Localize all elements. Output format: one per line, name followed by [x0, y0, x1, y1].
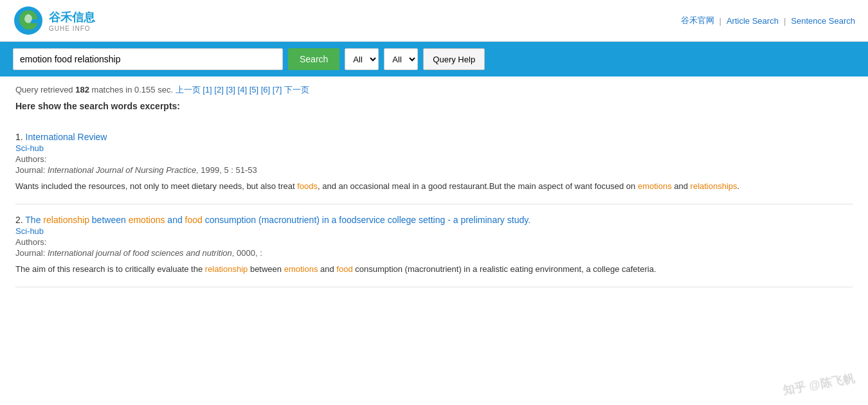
result-1-title[interactable]: International Review [26, 132, 107, 142]
match-count: 182 [75, 85, 89, 94]
page-link-1[interactable]: [1] [203, 85, 212, 94]
result-1-excerpt: Wants included the resources, not only t… [15, 180, 853, 194]
query-help-button[interactable]: Query Help [423, 48, 485, 70]
logo-sub: GUHE INFO [49, 25, 95, 32]
page-link-5[interactable]: [5] [249, 85, 258, 94]
highlight-emotions-1: emotions [638, 181, 672, 191]
header-nav: 谷禾官网 | Article Search | Sentence Search [681, 15, 855, 26]
result-2-journal: Journal: International journal of food s… [15, 248, 853, 258]
result-2-excerpt: The aim of this research is to criticall… [15, 263, 853, 276]
result-2-title-line: 2. The relationship between emotions and… [15, 215, 853, 225]
logo-icon [13, 5, 44, 36]
sentence-search-link[interactable]: Sentence Search [791, 16, 855, 26]
highlight-relationship-2: relationship [205, 264, 248, 274]
result-1-authors: Authors: [15, 154, 853, 164]
page-link-4[interactable]: [4] [238, 85, 247, 94]
content: Query retrieved 182 matches in 0.155 sec… [0, 76, 868, 295]
official-site-link[interactable]: 谷禾官网 [681, 15, 714, 26]
article-search-link[interactable]: Article Search [727, 16, 779, 26]
next-page-link[interactable]: 下一页 [284, 85, 309, 94]
filter2-select[interactable]: All [384, 48, 418, 70]
result-1-title-line: 1. International Review [15, 132, 853, 142]
result-1-number: 1. [15, 132, 26, 142]
nav-sep-2: | [784, 16, 786, 26]
page-link-3[interactable]: [3] [226, 85, 235, 94]
result-2-authors: Authors: [15, 237, 853, 247]
result-1-journal: Journal: International Journal of Nursin… [15, 165, 853, 175]
result-item-1: 1. International Review Sci-hub Authors:… [15, 122, 853, 204]
filter1-select[interactable]: All [345, 48, 379, 70]
search-bar: Search All All Query Help [0, 42, 868, 76]
highlight-relationships-1: relationships [691, 181, 737, 191]
highlight-foods-1: foods [297, 181, 318, 191]
excerpts-label: Here show the search words excerpts: [15, 101, 853, 111]
highlight-food-2: food [336, 264, 352, 274]
result-2-scihub[interactable]: Sci-hub [15, 226, 853, 236]
header: 谷禾信息 GUHE INFO 谷禾官网 | Article Search | S… [0, 0, 868, 42]
result-2-title[interactable]: The relationship between emotions and fo… [25, 215, 530, 225]
result-2-number: 2. [15, 215, 25, 225]
logo-name: 谷禾信息 [49, 10, 95, 25]
match-time-text: matches in 0.155 sec. [92, 85, 173, 94]
highlight-emotions-2: emotions [284, 264, 318, 274]
result-1-scihub[interactable]: Sci-hub [15, 143, 853, 153]
logo-text-block: 谷禾信息 GUHE INFO [49, 10, 95, 32]
page-link-6[interactable]: [6] [261, 85, 270, 94]
result-item-2: 2. The relationship between emotions and… [15, 204, 853, 287]
search-button[interactable]: Search [288, 48, 339, 70]
page-link-2[interactable]: [2] [214, 85, 223, 94]
nav-sep-1: | [719, 16, 721, 26]
logo-area: 谷禾信息 GUHE INFO [13, 5, 95, 36]
query-info: Query retrieved 182 matches in 0.155 sec… [15, 84, 853, 96]
query-retrieved-text: Query retrieved [15, 85, 73, 94]
search-input[interactable] [13, 48, 283, 70]
prev-page-link[interactable]: 上一页 [176, 85, 201, 94]
page-link-7[interactable]: [7] [273, 85, 282, 94]
